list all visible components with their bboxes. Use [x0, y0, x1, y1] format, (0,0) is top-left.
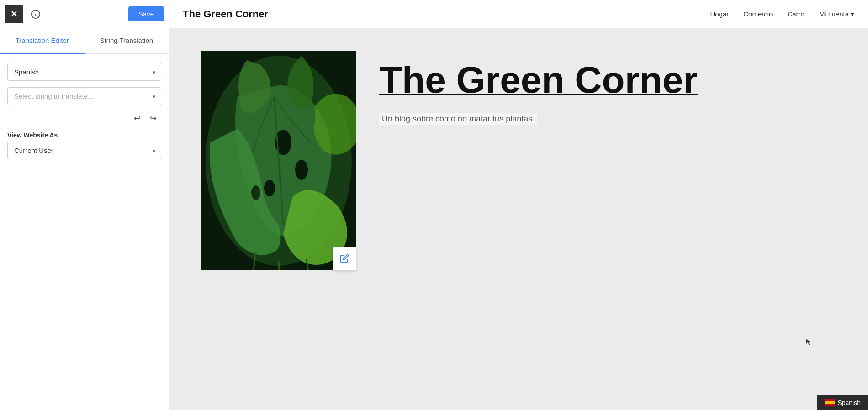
nav-links: Hogar Comercio Carro Mi cuenta ▾	[710, 10, 854, 18]
info-button[interactable]	[27, 6, 44, 22]
view-as-selector[interactable]: Current User Guest Administrator ▾	[7, 142, 161, 159]
svg-point-7	[264, 180, 275, 196]
tabs: Translation Editor String Translation	[0, 28, 169, 54]
tab-translation-editor[interactable]: Translation Editor	[0, 28, 85, 54]
hero-text: The Green Corner Un blog sobre cómo no m…	[356, 47, 854, 125]
string-select[interactable]: Select string to translate...	[7, 87, 161, 105]
pencil-icon	[340, 254, 349, 263]
preview-card: The Green Corner Un blog sobre cómo no m…	[169, 28, 868, 410]
spanish-badge-label: Spanish	[837, 399, 861, 406]
site-title: The Green Corner	[183, 8, 710, 20]
website-header: The Green Corner Hogar Comercio Carro Mi…	[169, 0, 868, 28]
nav-carro[interactable]: Carro	[787, 10, 804, 18]
edit-pencil-button[interactable]	[333, 247, 356, 270]
top-bar: ✕ Save	[0, 0, 169, 28]
preview-area: The Green Corner Un blog sobre cómo no m…	[169, 28, 868, 410]
nav-comercio[interactable]: Comercio	[743, 10, 773, 18]
redo-button[interactable]: ↪	[147, 111, 159, 125]
plant-image	[201, 51, 356, 270]
language-selector[interactable]: Spanish French German Italian ▾	[7, 63, 161, 81]
panel-content: Spanish French German Italian ▾ Select s…	[0, 54, 169, 168]
nav-mi-cuenta[interactable]: Mi cuenta ▾	[819, 10, 854, 18]
plant-image-container	[201, 51, 356, 270]
svg-point-8	[251, 185, 260, 200]
left-panel: ✕ Save Translation Editor String Transla…	[0, 0, 169, 410]
close-button[interactable]: ✕	[5, 5, 23, 23]
svg-point-6	[295, 160, 308, 180]
undo-redo-controls: ↩ ↪	[7, 111, 161, 125]
tab-string-translation[interactable]: String Translation	[85, 28, 169, 54]
nav-hogar[interactable]: Hogar	[710, 10, 729, 18]
undo-button[interactable]: ↩	[131, 111, 143, 125]
view-website-as-label: View Website As	[7, 131, 161, 139]
view-website-as-section: View Website As Current User Guest Admin…	[7, 131, 161, 159]
string-selector[interactable]: Select string to translate... ▾	[7, 87, 161, 105]
spanish-flag-icon	[825, 399, 835, 406]
view-as-select[interactable]: Current User Guest Administrator	[7, 142, 161, 159]
save-button[interactable]: Save	[128, 6, 164, 21]
spanish-language-badge[interactable]: Spanish	[817, 395, 868, 410]
hero-subtitle: Un blog sobre cómo no matar tus plantas.	[379, 113, 537, 125]
hero-title: The Green Corner	[379, 60, 841, 100]
language-select[interactable]: Spanish French German Italian	[7, 63, 161, 81]
right-content: The Green Corner Hogar Comercio Carro Mi…	[169, 0, 868, 410]
